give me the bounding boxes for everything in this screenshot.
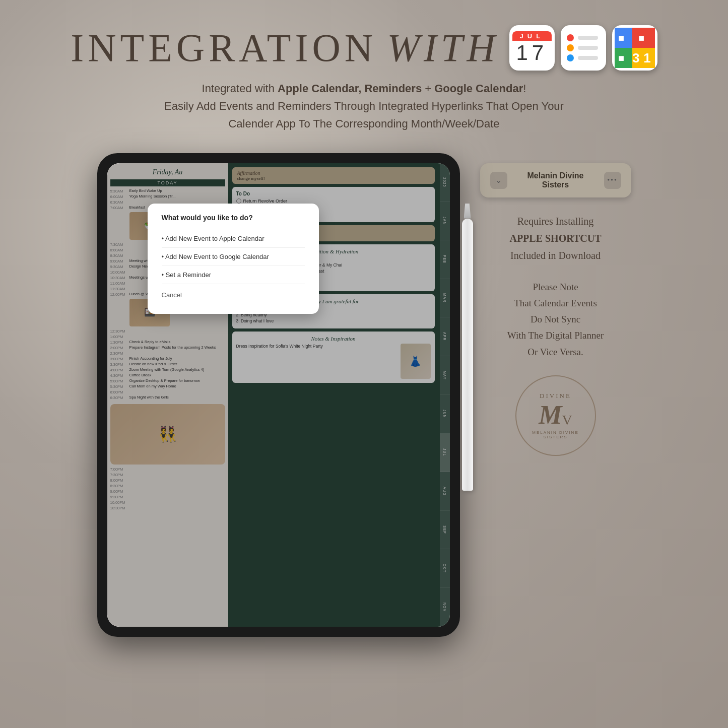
popup-item-3[interactable]: • Set a Reminder	[162, 266, 305, 284]
main-content: Friday, Au TODAY 5:30AMEarly Bird Wake U…	[0, 153, 728, 637]
reminder-widget: ⌄ Melanin Divine Sisters •••	[480, 163, 631, 197]
popup-cancel[interactable]: Cancel	[162, 286, 305, 304]
note-line3: With The Digital Planner	[480, 327, 631, 344]
subtitle-pre: Integrated with	[202, 82, 278, 95]
logo-top-text: DIVINE	[540, 392, 571, 400]
note-line1: That Calendar Events	[480, 295, 631, 311]
header-title: INTEGRATION WITH JUL 17 ◼ ◼ ◼ 31	[0, 25, 728, 71]
popup-title: What would you like to do?	[162, 214, 305, 222]
subtitle-line2: Easily Add Events and Reminders Through …	[0, 97, 728, 115]
pencil-body	[462, 219, 473, 491]
note-line4: Or Vice Versa.	[480, 344, 631, 360]
cal-day: 17	[516, 41, 548, 65]
note-line2: Do Not Sync	[480, 311, 631, 327]
popup-item-1[interactable]: • Add New Event to Apple Calendar	[162, 230, 305, 248]
apple-shortcut-bold: APPLE SHORTCUT	[509, 233, 601, 244]
cal-month: JUL	[512, 31, 552, 41]
logo-letter-v: V	[562, 412, 572, 428]
with-text: WITH	[387, 25, 499, 71]
logo-bottom-text: MELANIN DIVINE SISTERS	[532, 430, 578, 439]
logo-letter-m: M	[539, 402, 562, 428]
gcal-number: 31	[632, 48, 655, 68]
apple-calendar-icon: JUL 17	[509, 25, 555, 71]
note-info: Please Note That Calendar Events Do Not …	[480, 279, 631, 360]
requires-text: Requires Installing	[480, 213, 631, 230]
subtitle: Integrated with Apple Calendar, Reminder…	[0, 80, 728, 133]
tablet-container: Friday, Au TODAY 5:30AMEarly Bird Wake U…	[97, 153, 460, 637]
apple-shortcut-info: Requires Installing APPLE SHORTCUT Inclu…	[480, 213, 631, 264]
logo-container: DIVINE M V MELANIN DIVINE SISTERS	[480, 375, 631, 456]
widget-name: Melanin Divine Sisters	[513, 171, 598, 189]
header: INTEGRATION WITH JUL 17 ◼ ◼ ◼ 31	[0, 0, 728, 138]
tablet-frame: Friday, Au TODAY 5:30AMEarly Bird Wake U…	[97, 153, 460, 637]
subtitle-bold1: Apple Calendar, Reminders	[278, 82, 422, 95]
subtitle-line3: Calender App To The Corresponding Month/…	[0, 115, 728, 133]
right-info-panel: ⌄ Melanin Divine Sisters ••• Requires In…	[480, 153, 631, 456]
widget-chevron-icon[interactable]: ⌄	[490, 172, 507, 189]
tablet-screen: Friday, Au TODAY 5:30AMEarly Bird Wake U…	[107, 163, 450, 627]
subtitle-bold2: Google Calendar	[434, 82, 523, 95]
popup-item-2[interactable]: • Add New Event to Google Calendar	[162, 248, 305, 266]
pencil-tip	[464, 204, 471, 219]
google-calendar-icon: ◼ ◼ ◼ 31	[612, 25, 657, 71]
apple-pencil	[460, 204, 475, 506]
widget-dots-icon[interactable]: •••	[604, 172, 621, 189]
popup-overlay: What would you like to do? • Add New Eve…	[107, 163, 450, 627]
please-note: Please Note	[480, 279, 631, 295]
integration-text: INTEGRATION	[71, 25, 377, 71]
app-icons: JUL 17 ◼ ◼ ◼ 31	[509, 25, 657, 71]
popup-box: What would you like to do? • Add New Eve…	[148, 204, 319, 314]
brand-logo: DIVINE M V MELANIN DIVINE SISTERS	[515, 375, 596, 456]
reminders-icon	[561, 25, 606, 71]
included-text: Included in Download	[480, 247, 631, 264]
